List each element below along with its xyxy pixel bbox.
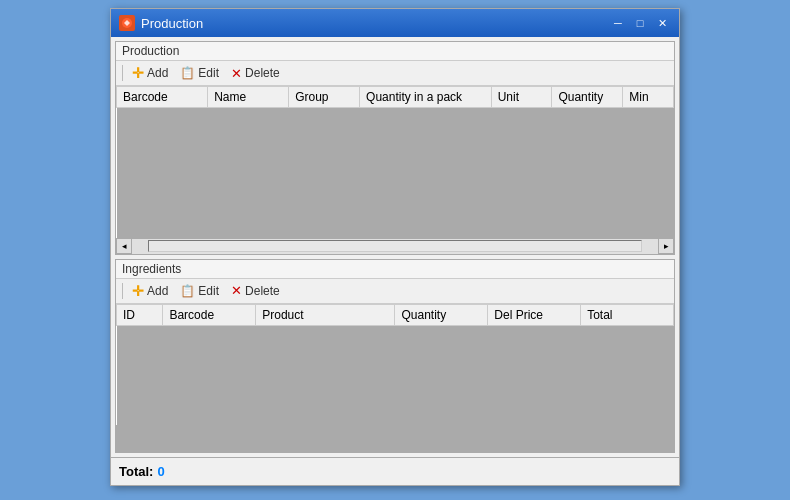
- add-icon-2: ✛: [132, 283, 144, 299]
- ingredients-label: Ingredients: [116, 260, 674, 278]
- production-table: Barcode Name Group Quantity in a pack Un…: [116, 86, 674, 238]
- edit-icon: 📋: [180, 66, 195, 80]
- ingredients-inner: Ingredients ✛ Add 📋 Edit ✕ Delete: [116, 260, 674, 452]
- maximize-button[interactable]: □: [631, 15, 649, 31]
- col-barcode: Barcode: [117, 87, 208, 108]
- production-section: Production ✛ Add 📋 Edit ✕ Delete: [115, 41, 675, 255]
- ingredients-table-area: ID Barcode Product Quantity Del Price To…: [116, 304, 674, 452]
- production-toolbar: ✛ Add 📋 Edit ✕ Delete: [116, 60, 674, 86]
- production-add-label: Add: [147, 66, 168, 80]
- edit-icon-2: 📋: [180, 284, 195, 298]
- scrollbar-track[interactable]: [148, 240, 642, 252]
- add-icon: ✛: [132, 65, 144, 81]
- col-group: Group: [289, 87, 360, 108]
- minimize-button[interactable]: ─: [609, 15, 627, 31]
- total-label: Total:: [119, 464, 153, 479]
- ingredients-add-button[interactable]: ✛ Add: [127, 281, 173, 301]
- ingredients-delete-label: Delete: [245, 284, 280, 298]
- production-delete-label: Delete: [245, 66, 280, 80]
- main-window: Production ─ □ ✕ Production ✛ Add 📋: [110, 8, 680, 486]
- window-controls: ─ □ ✕: [609, 15, 671, 31]
- total-bar: Total: 0: [111, 457, 679, 485]
- col-product: Product: [256, 304, 395, 325]
- window-title: Production: [141, 16, 609, 31]
- toolbar-separator-left2: [122, 283, 123, 299]
- col-del-price: Del Price: [488, 304, 581, 325]
- col-total: Total: [581, 304, 674, 325]
- production-scrollbar[interactable]: ◂ ▸: [116, 238, 674, 254]
- col-min: Min: [623, 87, 674, 108]
- ingredients-header-row: ID Barcode Product Quantity Del Price To…: [117, 304, 674, 325]
- production-add-button[interactable]: ✛ Add: [127, 63, 173, 83]
- production-delete-button[interactable]: ✕ Delete: [226, 64, 285, 83]
- production-table-area: Barcode Name Group Quantity in a pack Un…: [116, 86, 674, 238]
- col-name: Name: [208, 87, 289, 108]
- col-qty-pack: Quantity in a pack: [360, 87, 492, 108]
- ingredients-toolbar: ✛ Add 📋 Edit ✕ Delete: [116, 278, 674, 304]
- window-body: Production ✛ Add 📋 Edit ✕ Delete: [111, 37, 679, 457]
- production-inner: Production ✛ Add 📋 Edit ✕ Delete: [116, 42, 674, 254]
- app-icon: [119, 15, 135, 31]
- col-ing-quantity: Quantity: [395, 304, 488, 325]
- ingredients-table: ID Barcode Product Quantity Del Price To…: [116, 304, 674, 426]
- ingredients-add-label: Add: [147, 284, 168, 298]
- ingredients-delete-button[interactable]: ✕ Delete: [226, 281, 285, 300]
- title-bar: Production ─ □ ✕: [111, 9, 679, 37]
- scroll-left-button[interactable]: ◂: [116, 238, 132, 254]
- col-unit: Unit: [491, 87, 552, 108]
- col-ing-barcode: Barcode: [163, 304, 256, 325]
- total-value: 0: [157, 464, 164, 479]
- ingredients-section: Ingredients ✛ Add 📋 Edit ✕ Delete: [115, 259, 675, 453]
- col-quantity: Quantity: [552, 87, 623, 108]
- scroll-right-button[interactable]: ▸: [658, 238, 674, 254]
- close-button[interactable]: ✕: [653, 15, 671, 31]
- delete-icon: ✕: [231, 66, 242, 81]
- delete-icon-2: ✕: [231, 283, 242, 298]
- col-id: ID: [117, 304, 163, 325]
- toolbar-separator-left: [122, 65, 123, 81]
- ingredients-edit-button[interactable]: 📋 Edit: [175, 282, 224, 300]
- production-edit-button[interactable]: 📋 Edit: [175, 64, 224, 82]
- ingredients-edit-label: Edit: [198, 284, 219, 298]
- production-header-row: Barcode Name Group Quantity in a pack Un…: [117, 87, 674, 108]
- production-label: Production: [116, 42, 674, 60]
- production-edit-label: Edit: [198, 66, 219, 80]
